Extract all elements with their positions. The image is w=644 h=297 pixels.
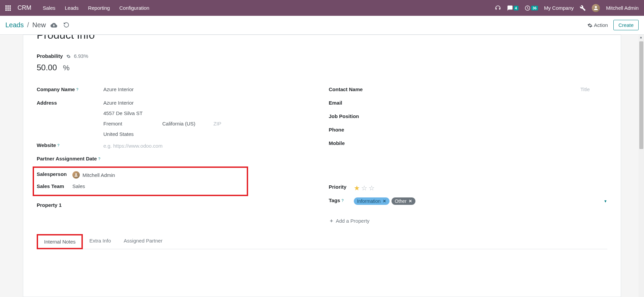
email-label: Email [329, 100, 396, 106]
messages-badge: 4 [514, 6, 518, 10]
breadcrumb-parent[interactable]: Leads [5, 21, 24, 29]
breadcrumb-current: New [32, 21, 46, 29]
user-avatar[interactable] [592, 4, 600, 12]
scrollbar-thumb[interactable] [639, 41, 643, 149]
debug-icon[interactable] [580, 5, 586, 11]
activities-icon[interactable]: 36 [524, 5, 538, 11]
top-navbar: CRM Sales Leads Reporting Configuration … [0, 0, 644, 16]
form-right-column: Contact Name Title Email Job Position [329, 84, 608, 224]
phone-label: Phone [329, 127, 396, 133]
tab-internal-notes[interactable]: Internal Notes [37, 234, 83, 249]
highlight-sales-group: Salesperson Mitchell Admin Sales Team Sa… [33, 166, 248, 196]
priority-row: Priority ★ ☆ ☆ [329, 181, 608, 195]
nav-menu-sales[interactable]: Sales [43, 5, 56, 11]
company-name-row: Company Name? Azure Interior [37, 84, 315, 97]
probability-value[interactable]: 50.00 [37, 63, 57, 72]
nav-menu-reporting[interactable]: Reporting [88, 5, 110, 11]
contact-title-placeholder[interactable]: Title [580, 86, 607, 92]
close-icon[interactable]: ✕ [383, 199, 386, 203]
address-street1[interactable]: Azure Interior [103, 100, 315, 106]
nav-menu-configuration[interactable]: Configuration [119, 5, 149, 11]
salesperson-name: Mitchell Admin [82, 172, 115, 178]
scrollbar-track[interactable]: ▲ [639, 35, 644, 297]
breadcrumb-sep: / [27, 21, 29, 29]
form-sheet: Product Info Probability 6.93% 50.00 % C… [23, 35, 621, 297]
probability-row: Probability 6.93% [37, 53, 607, 59]
sales-team-value[interactable]: Sales [72, 183, 244, 189]
tag-information: Information ✕ [354, 197, 389, 205]
create-button[interactable]: Create [613, 20, 639, 30]
company-name-value[interactable]: Azure Interior [103, 86, 315, 92]
website-label: Website? [37, 142, 103, 148]
content-wrapper: Product Info Probability 6.93% 50.00 % C… [0, 35, 644, 297]
probability-value-row: 50.00 % [37, 63, 607, 72]
tags-row: Tags? Information ✕ Other ✕ ▼ [329, 195, 608, 208]
property1-label: Property 1 [37, 202, 103, 208]
user-name[interactable]: Mitchell Admin [606, 5, 639, 11]
breadcrumb-icons [50, 22, 69, 29]
salesperson-label: Salesperson [37, 171, 72, 177]
address-value: Azure Interior 4557 De Silva ST Fremont … [103, 100, 315, 137]
discard-icon[interactable] [63, 22, 69, 29]
mobile-label: Mobile [329, 140, 396, 146]
address-line3: Fremont California (US) ZIP [103, 121, 315, 126]
partner-assignment-row: Partner Assignment Date? [37, 153, 315, 166]
address-zip[interactable]: ZIP [213, 121, 221, 126]
help-icon[interactable]: ? [57, 143, 59, 147]
star-icon[interactable]: ☆ [361, 184, 367, 192]
tag-text: Information [357, 198, 381, 204]
job-position-label: Job Position [329, 113, 396, 119]
chevron-down-icon[interactable]: ▼ [604, 199, 607, 203]
help-icon[interactable]: ? [341, 198, 343, 202]
priority-label: Priority [329, 184, 354, 190]
messages-icon[interactable]: 4 [507, 5, 518, 11]
support-icon[interactable] [495, 5, 501, 11]
star-icon[interactable]: ☆ [369, 184, 375, 192]
avatar-icon [72, 171, 80, 179]
help-icon[interactable]: ? [76, 87, 78, 91]
company-switcher[interactable]: My Company [544, 5, 574, 11]
gear-icon[interactable] [66, 53, 71, 59]
tag-text: Other [395, 198, 407, 204]
nav-menu-leads[interactable]: Leads [65, 5, 79, 11]
navbar-right: 4 36 My Company Mitchell Admin [495, 4, 639, 12]
star-icon[interactable]: ★ [354, 184, 360, 192]
plus-icon: ＋ [329, 218, 334, 224]
contact-name-label: Contact Name [329, 86, 457, 92]
tags-value[interactable]: Information ✕ Other ✕ ▼ [354, 197, 608, 205]
action-label: Action [594, 22, 608, 28]
address-country[interactable]: United States [103, 131, 315, 137]
address-state[interactable]: California (US) [162, 121, 213, 126]
property1-row: Property 1 [37, 199, 315, 213]
breadcrumb-right: Action Create [587, 20, 639, 30]
tab-assigned-partner[interactable]: Assigned Partner [117, 234, 169, 249]
scroll-up-icon[interactable]: ▲ [639, 35, 643, 39]
add-property-button[interactable]: ＋ Add a Property [329, 218, 608, 224]
navbar-left: CRM Sales Leads Reporting Configuration [5, 4, 149, 11]
close-icon[interactable]: ✕ [409, 199, 412, 203]
breadcrumb-bar: Leads / New Action Create [0, 16, 644, 35]
help-icon[interactable]: ? [98, 157, 100, 161]
action-dropdown[interactable]: Action [587, 22, 608, 28]
gear-icon [587, 22, 592, 28]
priority-stars: ★ ☆ ☆ [354, 184, 608, 192]
salesperson-value[interactable]: Mitchell Admin [72, 171, 244, 179]
address-row: Address Azure Interior 4557 De Silva ST … [37, 97, 315, 140]
cloud-save-icon[interactable] [50, 22, 57, 29]
probability-unit: % [63, 64, 70, 72]
address-street2[interactable]: 4557 De Silva ST [103, 110, 315, 116]
svg-point-1 [595, 6, 597, 8]
tags-label: Tags? [329, 197, 354, 203]
address-city[interactable]: Fremont [103, 121, 162, 126]
sales-team-row: Sales Team Sales [37, 181, 244, 193]
record-title[interactable]: Product Info [37, 35, 607, 43]
tag-other: Other ✕ [392, 197, 415, 205]
contact-name-input[interactable] [457, 86, 578, 92]
website-input[interactable] [103, 142, 315, 149]
website-value[interactable] [103, 142, 315, 149]
activities-badge: 36 [531, 6, 538, 10]
app-brand[interactable]: CRM [18, 4, 31, 11]
tab-extra-info[interactable]: Extra Info [83, 234, 117, 249]
apps-icon[interactable] [5, 5, 11, 11]
form-grid: Company Name? Azure Interior Address Azu… [37, 84, 607, 224]
